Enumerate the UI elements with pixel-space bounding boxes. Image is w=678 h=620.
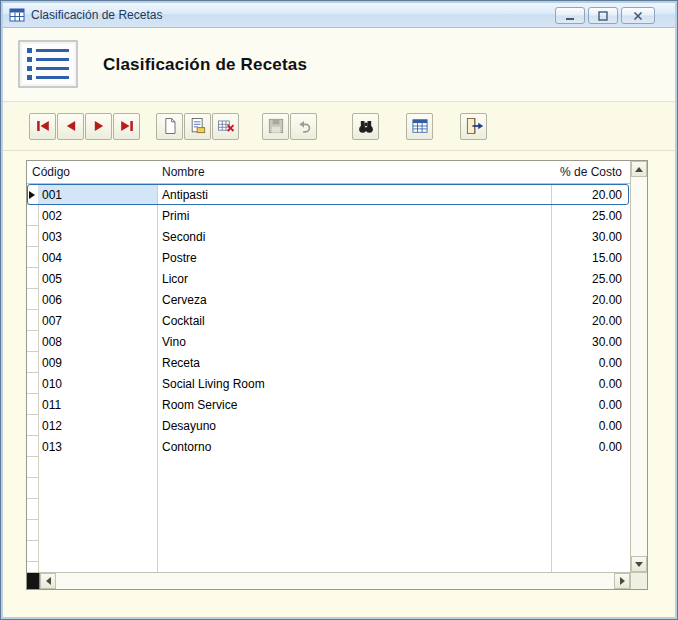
cell-codigo[interactable]: 001 [38,184,157,205]
next-record-button[interactable] [85,113,112,140]
window-title: Clasificación de Recetas [31,8,162,22]
cell-costo[interactable]: 25.00 [551,205,630,226]
table-row[interactable]: 002 Primi 25.00 [27,205,630,226]
left-arrow-icon [46,577,51,585]
cell-codigo[interactable]: 011 [38,394,157,415]
cell-costo[interactable]: 0.00 [551,436,630,457]
edit-record-button[interactable] [184,113,211,140]
cell-costo[interactable]: 0.00 [551,394,630,415]
cell-costo[interactable]: 0.00 [551,373,630,394]
cell-nombre[interactable]: Cerveza [157,289,551,310]
cell-codigo[interactable]: 006 [38,289,157,310]
app-window: Clasificación de Recetas Clas [0,0,678,620]
cell-costo[interactable]: 20.00 [551,289,630,310]
cell-costo[interactable]: 0.00 [551,352,630,373]
grid-corner-box [27,573,40,589]
new-record-button[interactable] [156,113,183,140]
cell-codigo[interactable]: 012 [38,415,157,436]
cell-codigo[interactable]: 003 [38,226,157,247]
cell-codigo[interactable]: 009 [38,352,157,373]
page-title: Clasificación de Recetas [103,28,307,101]
cell-costo[interactable]: 20.00 [551,184,630,205]
last-record-button[interactable] [113,113,140,140]
browse-grid-button[interactable] [406,113,433,140]
recipes-grid: Código Nombre % de Costo 001 Antipasti 2… [26,160,648,590]
cell-codigo[interactable]: 007 [38,310,157,331]
cell-costo[interactable]: 30.00 [551,331,630,352]
table-row[interactable]: 004 Postre 15.00 [27,247,630,268]
cell-nombre[interactable]: Room Service [157,394,551,415]
close-button[interactable] [621,7,655,24]
table-row[interactable]: 010 Social Living Room 0.00 [27,373,630,394]
cell-codigo[interactable]: 010 [38,373,157,394]
prior-record-button[interactable] [57,113,84,140]
cell-nombre[interactable]: Receta [157,352,551,373]
delete-record-button[interactable] [212,113,239,140]
cell-nombre[interactable]: Cocktail [157,310,551,331]
row-indicator-cell [27,247,38,268]
prior-record-icon [61,116,81,136]
cell-costo[interactable]: 20.00 [551,310,630,331]
horizontal-scrollbar[interactable] [27,572,630,589]
table-row[interactable]: 013 Contorno 0.00 [27,436,630,457]
cell-nombre[interactable]: Primi [157,205,551,226]
cell-nombre[interactable]: Social Living Room [157,373,551,394]
row-indicator-cell [27,436,38,457]
scroll-up-button[interactable] [631,161,647,177]
cell-costo[interactable]: 0.00 [551,415,630,436]
scroll-down-button[interactable] [631,556,647,572]
cell-codigo[interactable]: 004 [38,247,157,268]
save-icon [266,116,286,136]
app-icon [9,7,25,23]
cell-costo[interactable]: 25.00 [551,268,630,289]
cell-nombre[interactable]: Desayuno [157,415,551,436]
cell-nombre[interactable]: Vino [157,331,551,352]
binoculars-icon [356,116,376,136]
table-row[interactable]: 009 Receta 0.00 [27,352,630,373]
delete-record-icon [216,116,236,136]
cell-nombre[interactable]: Secondi [157,226,551,247]
cell-codigo[interactable]: 008 [38,331,157,352]
horizontal-scroll-track[interactable] [56,573,614,589]
cell-costo[interactable]: 30.00 [551,226,630,247]
scroll-left-button[interactable] [40,573,56,589]
table-row[interactable]: 005 Licor 25.00 [27,268,630,289]
save-button[interactable] [262,113,289,140]
table-row[interactable]: 006 Cerveza 20.00 [27,289,630,310]
cell-codigo[interactable]: 002 [38,205,157,226]
last-record-icon [117,116,137,136]
cell-codigo[interactable]: 005 [38,268,157,289]
minimize-button[interactable] [555,7,585,24]
scroll-right-button[interactable] [614,573,630,589]
table-row[interactable]: 012 Desayuno 0.00 [27,415,630,436]
row-indicator-cell [27,394,38,415]
cell-nombre[interactable]: Postre [157,247,551,268]
row-indicator-cell [27,289,38,310]
vertical-scrollbar[interactable] [630,161,647,572]
table-row[interactable]: 008 Vino 30.00 [27,331,630,352]
right-arrow-icon [620,577,625,585]
cell-nombre[interactable]: Licor [157,268,551,289]
cell-nombre[interactable]: Antipasti [157,184,551,205]
first-record-button[interactable] [29,113,56,140]
close-icon [632,10,644,22]
table-row[interactable]: 007 Cocktail 20.00 [27,310,630,331]
exit-button[interactable] [460,113,487,140]
table-row[interactable]: 011 Room Service 0.00 [27,394,630,415]
find-button[interactable] [352,113,379,140]
cell-codigo[interactable]: 013 [38,436,157,457]
table-row[interactable]: 003 Secondi 30.00 [27,226,630,247]
minimize-icon [564,10,576,22]
table-row[interactable]: 001 Antipasti 20.00 [27,184,630,205]
undo-icon [294,116,314,136]
cell-costo[interactable]: 15.00 [551,247,630,268]
cell-nombre[interactable]: Contorno [157,436,551,457]
exit-door-icon [464,116,484,136]
row-indicator-cell [27,373,38,394]
column-header-codigo: Código [27,165,157,179]
undo-button[interactable] [290,113,317,140]
grid-icon [410,116,430,136]
row-indicator-cell [27,268,38,289]
titlebar: Clasificación de Recetas [3,3,675,28]
maximize-button[interactable] [588,7,618,24]
